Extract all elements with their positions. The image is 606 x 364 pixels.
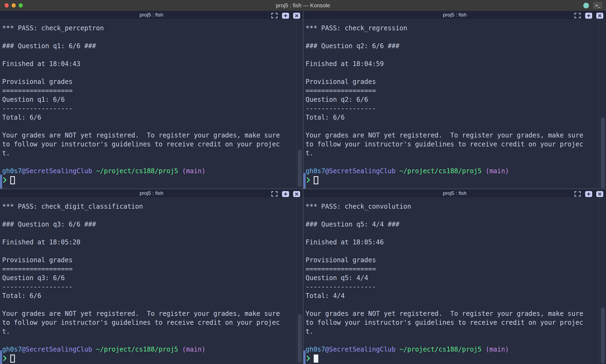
terminal-line <box>2 229 296 238</box>
terminal-line: Your grades are NOT yet registered. To r… <box>306 309 599 318</box>
prompt-marker-bar <box>0 350 2 364</box>
terminal-line: *** PASS: check_regression <box>306 24 599 33</box>
terminal-line: ================== <box>2 265 296 274</box>
terminal-line: ================== <box>2 86 296 95</box>
terminal-line: ------------------ <box>2 104 296 113</box>
terminal-line: Total: 6/6 <box>2 113 296 122</box>
scrollbar-track[interactable] <box>296 197 303 364</box>
close-pane-icon[interactable] <box>293 191 300 197</box>
scrollbar-track[interactable] <box>600 197 606 364</box>
scrollbar-thumb[interactable] <box>298 150 302 187</box>
minimize-button[interactable] <box>12 3 16 8</box>
pane-header-icons <box>574 191 603 197</box>
terminal-line <box>2 336 296 345</box>
terminal-output[interactable]: *** PASS: check_digit_classification ###… <box>0 197 296 364</box>
pane-grid: proj5 : fish *** PASS: check_perceptron … <box>0 11 606 364</box>
close-pane-icon[interactable] <box>293 12 300 19</box>
window-title: proj5 : fish — Konsole <box>276 2 330 9</box>
scrollbar-thumb[interactable] <box>601 117 605 188</box>
terminal-line <box>306 229 599 238</box>
split-new-pane-icon[interactable] <box>585 12 592 19</box>
scrollbar-track[interactable] <box>600 19 606 189</box>
terminal-line: t. <box>306 149 599 158</box>
terminal-line: to follow your instructor's guidelines t… <box>2 140 296 149</box>
terminal-line <box>306 211 599 220</box>
prompt-chevron-icon <box>306 177 310 183</box>
terminal-line: to follow your instructor's guidelines t… <box>306 318 599 327</box>
terminal-output[interactable]: *** PASS: check_regression ### Question … <box>303 19 599 189</box>
pane-header[interactable]: proj5 : fish <box>0 11 303 19</box>
shell-prompt-line: gh0s7@SecretSealingClub ~/project/cs188/… <box>306 167 599 176</box>
split-new-pane-icon[interactable] <box>282 191 289 197</box>
terminal-line: *** PASS: check_perceptron <box>2 24 296 33</box>
terminal-line <box>2 247 296 256</box>
titlebar[interactable]: proj5 : fish — Konsole >_ <box>0 0 606 11</box>
pane-header[interactable]: proj5 : fish <box>0 189 303 197</box>
terminal-line: t. <box>306 327 599 336</box>
prompt-chevron-icon <box>3 177 7 183</box>
terminal-line: Question q3: 6/6 <box>2 274 296 283</box>
split-new-pane-icon[interactable] <box>585 191 592 197</box>
terminal-line: Total: 6/6 <box>306 113 599 122</box>
terminal-line <box>306 158 599 167</box>
terminal-cursor <box>10 176 15 184</box>
terminal-line <box>2 33 296 42</box>
shell-prompt-line: gh0s7@SecretSealingClub ~/project/cs188/… <box>2 167 296 176</box>
terminal-line: Your grades are NOT yet registered. To r… <box>306 131 599 140</box>
terminal-line: Provisional grades <box>306 256 599 265</box>
terminal-line: Finished at 18:05:20 <box>2 238 296 247</box>
prompt-marker-bar <box>303 173 306 189</box>
scrollbar-thumb[interactable] <box>601 307 605 363</box>
terminal-line <box>306 336 599 345</box>
terminal-line: ------------------ <box>2 283 296 291</box>
scrollbar-thumb[interactable] <box>298 314 302 363</box>
terminal-line: Question q2: 6/6 <box>306 95 599 104</box>
close-pane-icon[interactable] <box>596 12 603 19</box>
maximize-pane-icon[interactable] <box>271 191 278 197</box>
terminal-line: Provisional grades <box>2 256 296 265</box>
terminal-pane: proj5 : fish *** PASS: check_convolution… <box>303 189 606 364</box>
terminal-cursor <box>10 355 15 363</box>
terminal-line <box>2 211 296 220</box>
pane-title: proj5 : fish <box>0 189 303 197</box>
terminal-line: Total: 4/4 <box>306 291 599 300</box>
terminal-line: to follow your instructor's guidelines t… <box>306 140 599 149</box>
terminal-line <box>306 247 599 256</box>
terminal-line: ================== <box>306 86 599 95</box>
status-dot-icon <box>583 3 589 8</box>
terminal-line: Provisional grades <box>2 77 296 86</box>
maximize-pane-icon[interactable] <box>574 191 581 197</box>
terminal-line <box>2 68 296 77</box>
terminal-line: ------------------ <box>306 104 599 113</box>
shell-input-line <box>306 354 599 363</box>
terminal-line: Question q1: 6/6 <box>2 95 296 104</box>
terminal-output[interactable]: *** PASS: check_perceptron ### Question … <box>0 19 296 189</box>
split-new-pane-icon[interactable] <box>282 12 289 19</box>
maximize-pane-icon[interactable] <box>271 12 278 19</box>
shell-prompt-line: gh0s7@SecretSealingClub ~/project/cs188/… <box>306 345 599 354</box>
pane-header[interactable]: proj5 : fish <box>303 189 606 197</box>
terminal-line: ================== <box>306 265 599 274</box>
terminal-pane: proj5 : fish *** PASS: check_digit_class… <box>0 189 303 364</box>
terminal-pane: proj5 : fish *** PASS: check_perceptron … <box>0 11 303 189</box>
pane-header[interactable]: proj5 : fish <box>303 11 606 19</box>
scrollbar-track[interactable] <box>296 19 303 189</box>
terminal-line: Your grades are NOT yet registered. To r… <box>2 309 296 318</box>
maximize-button[interactable] <box>19 3 23 8</box>
terminal-line: Finished at 18:04:43 <box>2 60 296 68</box>
pane-header-icons <box>271 191 300 197</box>
terminal-line: ------------------ <box>306 283 599 291</box>
terminal-pane: proj5 : fish *** PASS: check_regression … <box>303 11 606 189</box>
close-button[interactable] <box>5 3 9 8</box>
close-pane-icon[interactable] <box>596 191 603 197</box>
terminal-line: ### Question q1: 6/6 ### <box>2 42 296 51</box>
terminal-output[interactable]: *** PASS: check_convolution ### Question… <box>303 197 599 364</box>
prompt-chevron-icon <box>3 355 7 362</box>
shell-prompt-line: gh0s7@SecretSealingClub ~/project/cs188/… <box>2 345 296 354</box>
shell-input-line <box>306 176 599 185</box>
terminal-line: t. <box>2 327 296 336</box>
traffic-lights <box>5 0 23 11</box>
maximize-pane-icon[interactable] <box>574 12 581 19</box>
terminal-line <box>2 300 296 309</box>
terminal-line: ### Question q3: 6/6 ### <box>2 220 296 229</box>
